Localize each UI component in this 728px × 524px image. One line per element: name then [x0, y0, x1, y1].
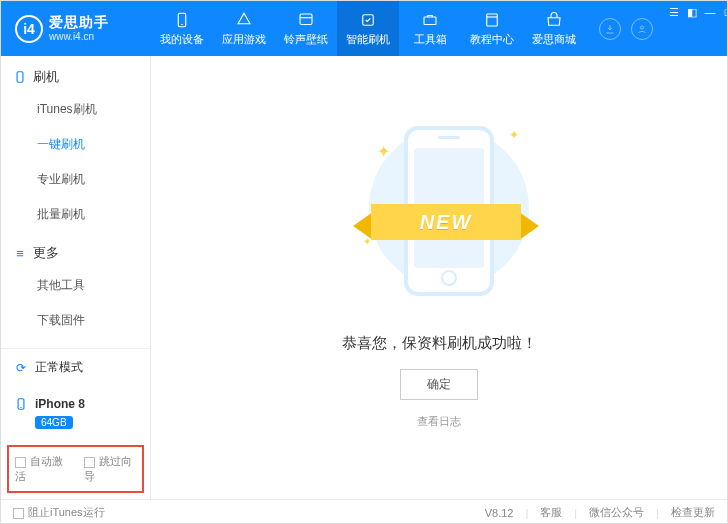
star-icon: ✦	[377, 142, 390, 161]
top-nav: 我的设备应用游戏铃声壁纸智能刷机工具箱教程中心爱思商城	[151, 1, 585, 56]
sidebar-section-1: ≡更多	[1, 232, 150, 268]
sidebar-item[interactable]: 批量刷机	[37, 197, 150, 232]
skip-guide-checkbox[interactable]: 跳过向导	[84, 454, 137, 484]
window-controls: ☰ ◧ — □ ✕	[667, 1, 728, 56]
ribbon-text: NEW	[371, 204, 521, 240]
user-button[interactable]	[631, 18, 653, 40]
logo-area: i4 爱思助手 www.i4.cn	[1, 1, 151, 56]
svg-rect-5	[487, 14, 498, 26]
device-row[interactable]: iPhone 8 64GB	[1, 386, 150, 439]
success-illustration: ✦ ✦ ✦ NEW	[359, 116, 519, 316]
options-box: 自动激活 跳过向导	[7, 445, 144, 493]
app-header: i4 爱思助手 www.i4.cn 我的设备应用游戏铃声壁纸智能刷机工具箱教程中…	[1, 1, 727, 56]
apps-icon	[235, 11, 253, 29]
maximize-button[interactable]: □	[721, 5, 728, 19]
sidebar-item[interactable]: 一键刷机	[37, 127, 150, 162]
nav-label: 爱思商城	[532, 32, 576, 47]
download-button[interactable]	[599, 18, 621, 40]
nav-label: 应用游戏	[222, 32, 266, 47]
sidebar: 刷机iTunes刷机一键刷机专业刷机批量刷机≡更多其他工具下载固件高级功能 ⟳ …	[1, 56, 151, 499]
nav-item-4[interactable]: 工具箱	[399, 1, 461, 56]
nav-item-3[interactable]: 智能刷机	[337, 1, 399, 56]
device-name: iPhone 8	[35, 397, 85, 411]
nav-label: 智能刷机	[346, 32, 390, 47]
svg-point-7	[641, 26, 644, 29]
ok-button[interactable]: 确定	[400, 369, 478, 400]
flash-icon	[359, 11, 377, 29]
block-itunes-checkbox[interactable]: 阻止iTunes运行	[13, 505, 105, 520]
shop-icon	[545, 11, 563, 29]
view-log-link[interactable]: 查看日志	[417, 414, 461, 429]
sidebar-item[interactable]: 其他工具	[37, 268, 150, 303]
sidebar-item[interactable]: 下载固件	[37, 303, 150, 338]
nav-label: 工具箱	[414, 32, 447, 47]
sidebar-bottom: ⟳ 正常模式 iPhone 8 64GB 自动激活 跳过向导	[1, 348, 150, 499]
nav-item-0[interactable]: 我的设备	[151, 1, 213, 56]
status-bar: 阻止iTunes运行 V8.12 | 客服 | 微信公众号 | 检查更新	[1, 499, 727, 524]
nav-item-6[interactable]: 爱思商城	[523, 1, 585, 56]
brand-url: www.i4.cn	[49, 31, 109, 42]
nav-item-2[interactable]: 铃声壁纸	[275, 1, 337, 56]
phone-icon	[13, 396, 29, 412]
mode-row[interactable]: ⟳ 正常模式	[1, 349, 150, 386]
sidebar-item[interactable]: iTunes刷机	[37, 92, 150, 127]
phone-icon	[13, 70, 27, 84]
nav-item-1[interactable]: 应用游戏	[213, 1, 275, 56]
auto-activate-checkbox[interactable]: 自动激活	[15, 454, 68, 484]
sidebar-item[interactable]: 高级功能	[37, 338, 150, 348]
brand-name: 爱思助手	[49, 15, 109, 30]
skin-icon[interactable]: ◧	[685, 5, 699, 19]
nav-label: 我的设备	[160, 32, 204, 47]
ribbon: NEW	[351, 204, 541, 248]
nav-label: 铃声壁纸	[284, 32, 328, 47]
toolbox-icon	[421, 11, 439, 29]
wechat-link[interactable]: 微信公众号	[589, 505, 644, 520]
refresh-icon: ⟳	[13, 360, 29, 376]
nav-item-5[interactable]: 教程中心	[461, 1, 523, 56]
success-text: 恭喜您，保资料刷机成功啦！	[342, 334, 537, 353]
svg-rect-4	[424, 17, 436, 25]
book-icon	[483, 11, 501, 29]
phone-icon	[173, 11, 191, 29]
main-panel: ✦ ✦ ✦ NEW 恭喜您，保资料刷机成功啦！ 确定 查看日志	[151, 56, 727, 499]
logo-icon: i4	[15, 15, 43, 43]
menu-icon[interactable]: ☰	[667, 5, 681, 19]
nav-label: 教程中心	[470, 32, 514, 47]
star-icon: ✦	[509, 128, 519, 142]
check-update-link[interactable]: 检查更新	[671, 505, 715, 520]
mode-label: 正常模式	[35, 359, 83, 376]
svg-rect-2	[300, 14, 312, 25]
music-icon	[297, 11, 315, 29]
minimize-button[interactable]: —	[703, 5, 717, 19]
version-label: V8.12	[485, 507, 514, 519]
support-link[interactable]: 客服	[540, 505, 562, 520]
more-icon: ≡	[13, 246, 27, 260]
header-right	[585, 1, 667, 56]
sidebar-section-0: 刷机	[1, 56, 150, 92]
sidebar-item[interactable]: 专业刷机	[37, 162, 150, 197]
svg-rect-8	[17, 72, 23, 83]
storage-badge: 64GB	[35, 416, 73, 429]
